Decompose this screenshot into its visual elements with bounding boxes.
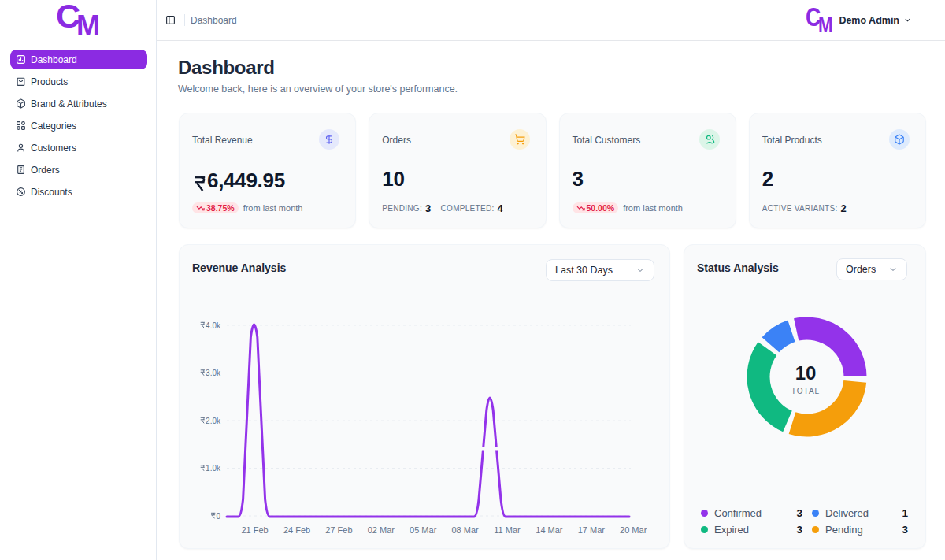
svg-text:1.0k: 1.0k [206,464,221,473]
svg-text:0: 0 [216,512,220,521]
svg-text:4.0k: 4.0k [206,321,221,330]
svg-text:3.0k: 3.0k [206,369,221,377]
svg-text:11 Mar: 11 Mar [494,525,521,535]
svg-text:20 Mar: 20 Mar [620,525,647,535]
svg-text:17 Mar: 17 Mar [578,525,606,535]
svg-text:05 Mar: 05 Mar [410,525,437,535]
svg-text:24 Feb: 24 Feb [284,525,310,535]
svg-text:08 Mar: 08 Mar [451,525,479,535]
svg-text:02 Mar: 02 Mar [368,525,395,535]
svg-text:21 Feb: 21 Feb [241,525,268,535]
svg-text:14 Mar: 14 Mar [536,525,563,535]
svg-text:2.0k: 2.0k [206,417,221,425]
svg-text:27 Feb: 27 Feb [325,525,352,535]
